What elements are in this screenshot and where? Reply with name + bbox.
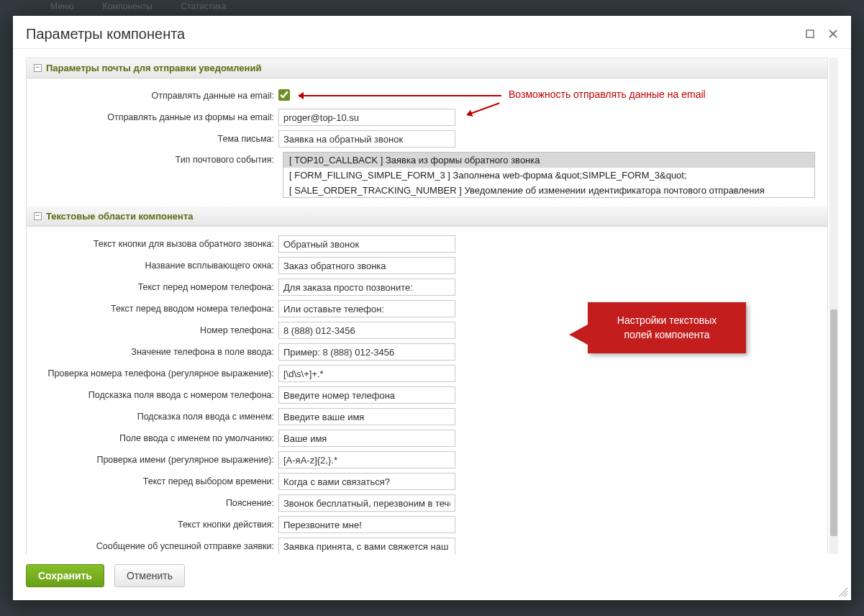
collapse-icon[interactable]: − <box>34 212 42 220</box>
form-row: Текст кнопки действия: <box>34 516 820 533</box>
top-menu-item: Меню <box>50 1 73 14</box>
annotation-arrow <box>300 95 501 96</box>
text-input[interactable] <box>278 451 455 468</box>
form-row: Поле ввода с именем по умолчанию: <box>34 430 820 447</box>
text-input[interactable] <box>278 538 455 554</box>
form-row: Текст перед вводом номера телефона: <box>34 300 820 317</box>
modal-footer: Сохранить Отменить <box>13 554 851 600</box>
subject-input[interactable] <box>278 130 455 148</box>
section-header-mail[interactable]: − Параметры почты для отправки уведомлен… <box>27 58 827 78</box>
form-row: Текст перед выбором времени: <box>34 473 820 490</box>
field-label: Проверка имени (регулярное выражение): <box>34 455 278 465</box>
scrollbar[interactable] <box>829 58 838 554</box>
text-input[interactable] <box>278 300 455 317</box>
form-row: Название всплывающего окна: <box>34 257 820 274</box>
top-menu: Меню Компоненты Статистика <box>0 0 864 16</box>
text-input[interactable] <box>278 386 455 404</box>
text-input[interactable] <box>278 408 455 425</box>
section-title: Текстовые области компонента <box>46 211 194 222</box>
modal-body: − Параметры почты для отправки уведомлен… <box>13 49 851 554</box>
field-label: Сообщение об успешной отправке заявки: <box>34 541 278 551</box>
collapse-icon[interactable]: − <box>34 64 42 72</box>
close-icon[interactable] <box>828 30 838 40</box>
annotation-text: Возможность отправлять данные на email <box>509 89 706 100</box>
event-type-select[interactable]: [ TOP10_CALLBACK ] Заявка из формы обрат… <box>283 152 815 198</box>
row-send-from-form: Отправлять данные из формы на email: <box>34 109 820 126</box>
form-row: Текст кнопки для вызова обратного звонка… <box>34 235 820 253</box>
section-mail-body: Отправлять данные на email: Возможность … <box>27 78 827 207</box>
form-row: Номер телефона: <box>34 322 820 339</box>
field-label: Тип почтового события: <box>34 152 278 165</box>
text-input[interactable] <box>278 494 455 512</box>
row-event-type: Тип почтового события: [ TOP10_CALLBACK … <box>34 152 820 198</box>
scroll-area[interactable]: − Параметры почты для отправки уведомлен… <box>26 58 828 554</box>
field-label: Тема письма: <box>34 134 278 144</box>
modal-title: Параметры компонента <box>26 26 805 42</box>
maximize-icon[interactable] <box>805 30 815 40</box>
section-title: Параметры почты для отправки уведомлений <box>46 63 261 73</box>
field-label: Текст кнопки действия: <box>34 520 278 530</box>
modal-header: Параметры компонента <box>13 16 851 49</box>
field-label: Текст перед выбором времени: <box>34 476 278 486</box>
text-input[interactable] <box>278 343 455 361</box>
field-label: Текст перед номером телефона: <box>34 282 278 292</box>
svg-rect-0 <box>806 30 814 37</box>
scrollbar-thumb[interactable] <box>830 309 837 536</box>
event-option[interactable]: [ FORM_FILLING_SIMPLE_FORM_3 ] Заполнена… <box>283 168 814 183</box>
form-row: Проверка номера телефона (регулярное выр… <box>34 365 820 382</box>
modal-dialog: Параметры компонента − Параметры почты д… <box>13 16 851 600</box>
save-button[interactable]: Сохранить <box>26 564 104 587</box>
cancel-button[interactable]: Отменить <box>114 564 185 587</box>
section-text-body: Настройки текстовых полей компонента Тек… <box>27 227 827 554</box>
field-label: Отправлять данные из формы на email: <box>34 112 278 122</box>
form-row: Текст перед номером телефона: <box>34 278 820 296</box>
text-input[interactable] <box>278 278 455 296</box>
field-label: Пояснение: <box>34 498 278 508</box>
text-input[interactable] <box>278 235 455 253</box>
form-row: Пояснение: <box>34 494 820 512</box>
field-label: Название всплывающего окна: <box>34 261 278 271</box>
field-label: Значение телефона в поле ввода: <box>34 347 278 357</box>
event-option[interactable]: [ TOP10_CALLBACK ] Заявка из формы обрат… <box>283 153 814 168</box>
text-input[interactable] <box>278 365 455 382</box>
field-label: Подсказка поля ввода с именем: <box>34 412 278 422</box>
text-input[interactable] <box>278 430 455 447</box>
row-send-email: Отправлять данные на email: Возможность … <box>34 87 820 104</box>
send-email-checkbox[interactable] <box>278 89 290 101</box>
field-label: Текст перед вводом номера телефона: <box>34 304 278 314</box>
field-label: Отправлять данные на email: <box>34 91 278 101</box>
field-label: Проверка номера телефона (регулярное выр… <box>34 368 278 379</box>
form-row: Подсказка поля ввода с номером телефона: <box>34 386 820 404</box>
resize-grip[interactable] <box>838 587 848 597</box>
top-menu-item: Компоненты <box>102 1 152 14</box>
field-label: Подсказка поля ввода с номером телефона: <box>34 390 278 400</box>
text-input[interactable] <box>278 322 455 339</box>
text-input[interactable] <box>278 257 455 274</box>
form-row: Подсказка поля ввода с именем: <box>34 408 820 425</box>
field-label: Текст кнопки для вызова обратного звонка… <box>34 239 278 249</box>
top-menu-item: Статистика <box>181 1 227 14</box>
form-row: Проверка имени (регулярное выражение): <box>34 451 820 468</box>
row-subject: Тема письма: <box>34 130 820 148</box>
section-header-text[interactable]: − Текстовые области компонента <box>27 207 827 227</box>
field-label: Поле ввода с именем по умолчанию: <box>34 433 278 443</box>
event-option[interactable]: [ SALE_ORDER_TRACKING_NUMBER ] Уведомлен… <box>283 183 814 198</box>
email-input[interactable] <box>278 109 455 126</box>
field-label: Номер телефона: <box>34 325 278 335</box>
text-input[interactable] <box>278 473 455 490</box>
text-input[interactable] <box>278 516 455 533</box>
form-row: Сообщение об успешной отправке заявки: <box>34 538 820 554</box>
form-row: Значение телефона в поле ввода: <box>34 343 820 361</box>
